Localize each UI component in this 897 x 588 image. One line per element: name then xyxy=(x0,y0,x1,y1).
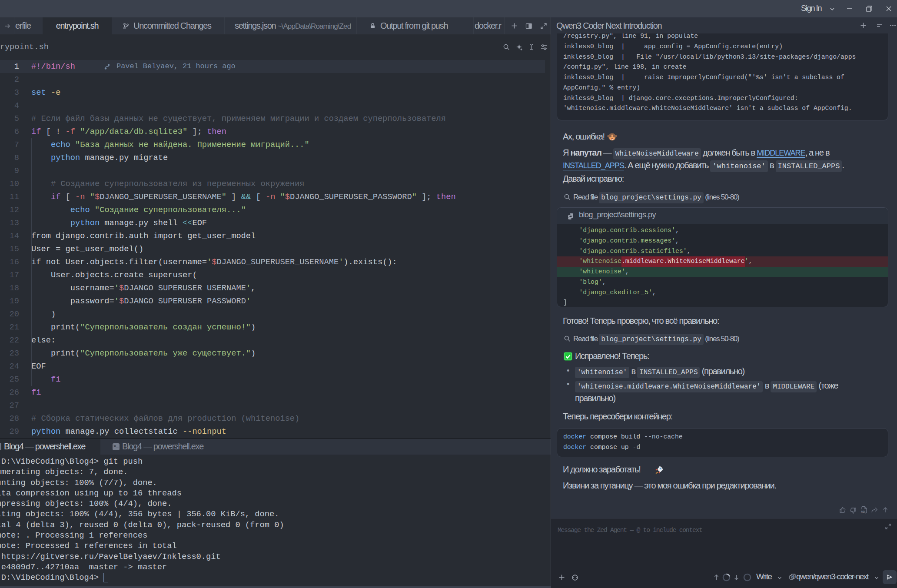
svg-text:MD: MD xyxy=(861,510,865,513)
